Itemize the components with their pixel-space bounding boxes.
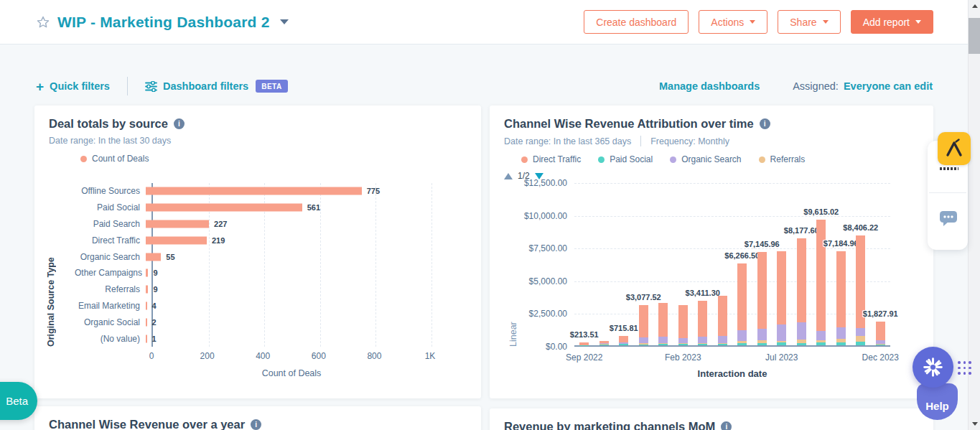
bar-segment <box>737 330 747 341</box>
arrow-down-icon <box>972 422 978 426</box>
card-title: Revenue by marketing channels MoM <box>504 420 715 430</box>
bar-segment <box>856 336 865 342</box>
deal-bar[interactable] <box>146 318 147 326</box>
stacked-bar[interactable] <box>836 251 846 345</box>
card-revenue-over-year: Channel Wise Revenue over a year i <box>34 406 481 430</box>
favorite-star-icon[interactable] <box>36 15 50 29</box>
bar-track: 561 <box>146 200 470 216</box>
quick-filters-label: Quick filters <box>50 80 110 92</box>
stacked-bar[interactable] <box>876 322 885 345</box>
bar-segment <box>737 343 747 345</box>
info-icon[interactable]: i <box>721 421 732 430</box>
chat-bubble-icon[interactable] <box>939 210 958 230</box>
data-label: $3,411.30 <box>686 289 720 297</box>
info-icon[interactable]: i <box>174 118 185 129</box>
quick-filters-button[interactable]: + Quick filters <box>36 80 110 93</box>
legend-item-paid-social[interactable]: Paid Social <box>598 154 653 164</box>
bar-segment <box>698 301 707 337</box>
bar-value-label: 1 <box>152 335 157 343</box>
bar-segment <box>678 305 688 338</box>
stacked-bar[interactable] <box>698 301 707 345</box>
assigned-value-link[interactable]: Everyone can edit <box>844 80 933 92</box>
stacked-bar[interactable] <box>797 238 806 345</box>
deal-bar[interactable] <box>146 220 209 228</box>
share-button[interactable]: Share <box>778 10 840 34</box>
deal-bar[interactable] <box>146 253 161 261</box>
bar-segment <box>757 329 767 340</box>
info-icon[interactable]: i <box>251 419 261 430</box>
deal-bar[interactable] <box>146 335 147 342</box>
bar-segment <box>777 251 786 324</box>
data-label: $715.81 <box>610 324 638 332</box>
stacked-bar[interactable] <box>816 220 826 345</box>
bar-value-label: 9 <box>153 268 157 277</box>
legend-item-direct-traffic[interactable]: Direct Traffic <box>521 154 581 164</box>
deal-bar[interactable] <box>146 236 207 244</box>
scroll-up-button[interactable] <box>969 0 980 12</box>
legend-dot-icon <box>521 156 528 163</box>
bar-segment <box>836 251 846 327</box>
legend-label: Organic Search <box>681 154 741 164</box>
beta-pill-label: Beta <box>6 395 28 407</box>
deal-bar[interactable] <box>146 187 362 195</box>
dashboard-filters-button[interactable]: Dashboard filters <box>145 80 248 92</box>
data-label: $9,615.02 <box>803 207 839 216</box>
stacked-bar[interactable] <box>599 341 609 345</box>
legend-item-organic-search[interactable]: Organic Search <box>670 154 741 164</box>
x-axis-ticks: Sep 2022Feb 2023Jul 2023Dec 2023 <box>574 352 890 364</box>
deal-bar[interactable] <box>146 302 147 309</box>
legend-item-referrals[interactable]: Referrals <box>759 154 806 164</box>
card-revenue-attribution: Channel Wise Revenue Attribution over ti… <box>490 106 933 398</box>
stacked-bar[interactable] <box>777 251 786 345</box>
add-report-button[interactable]: Add report <box>851 10 933 34</box>
deal-bar[interactable] <box>146 269 148 277</box>
category-label: Paid Search <box>75 219 146 229</box>
frequency-label: Frequency: Monthly <box>650 136 729 146</box>
stacked-bar[interactable] <box>718 296 727 345</box>
category-label: Email Marketing <box>75 301 146 311</box>
bar-segment <box>718 336 727 343</box>
help-button[interactable]: Help <box>917 383 958 420</box>
y-tick-label: $12,500.00 <box>495 178 567 188</box>
card-deal-totals-by-source: Deal totals by source i Date range: In t… <box>34 106 481 398</box>
assigned-wrap: Assigned: Everyone can edit <box>793 80 933 92</box>
share-label: Share <box>790 17 816 28</box>
stacked-bar[interactable] <box>579 342 589 345</box>
extension-caption <box>940 167 958 170</box>
deal-bar-row: Paid Search227 <box>75 216 470 233</box>
stacked-bar[interactable] <box>639 305 648 345</box>
info-icon[interactable]: i <box>760 118 770 129</box>
legend-item-count-of-deals[interactable]: Count of Deals <box>80 154 149 164</box>
stacked-bar[interactable] <box>678 305 688 345</box>
ai-assistant-button[interactable] <box>913 347 953 388</box>
stacked-bar[interactable] <box>737 263 747 345</box>
stacked-bar[interactable] <box>658 303 668 345</box>
scroll-down-button[interactable] <box>969 418 980 430</box>
bar-segment <box>777 342 786 345</box>
chevron-down-icon <box>750 20 755 24</box>
legend-dot-icon <box>759 156 765 163</box>
bar-segment <box>876 322 885 340</box>
category-label: Offline Sources <box>75 186 146 196</box>
bar-track: 2 <box>146 314 470 330</box>
x-tick-label: 400 <box>256 351 270 361</box>
scrollbar-thumb[interactable] <box>969 18 980 54</box>
deal-bar[interactable] <box>146 204 302 212</box>
extension-logo-icon[interactable] <box>938 132 971 165</box>
data-label: $8,406.22 <box>843 223 878 232</box>
create-dashboard-button[interactable]: Create dashboard <box>584 10 689 34</box>
actions-button[interactable]: Actions <box>699 10 767 34</box>
stacked-bar[interactable] <box>619 336 628 345</box>
category-label: Organic Social <box>75 317 146 327</box>
data-label: $1,827.91 <box>863 309 898 318</box>
stacked-bar[interactable] <box>757 252 767 345</box>
manage-dashboards-link[interactable]: Manage dashboards <box>659 80 760 92</box>
bar-segment <box>757 343 767 345</box>
dashboard-title-group: WIP - Marketing Dashboard 2 <box>36 14 289 31</box>
dashboard-switcher-caret-icon[interactable] <box>280 19 289 24</box>
stacked-bar[interactable] <box>856 235 865 345</box>
deal-bar[interactable] <box>146 286 148 294</box>
bar-segment <box>797 343 806 345</box>
grid-dots-icon[interactable] <box>958 361 971 375</box>
legend-dot-icon <box>80 156 87 162</box>
